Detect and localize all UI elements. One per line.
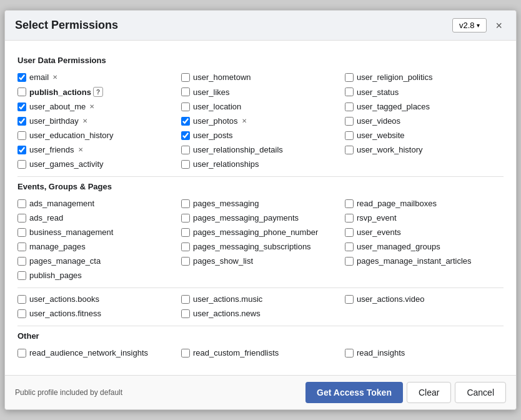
checkbox-ads_read[interactable] — [17, 214, 26, 222]
label-ads_read: ads_read — [29, 213, 63, 222]
checkbox-pages_messaging[interactable] — [181, 199, 190, 208]
close-button[interactable]: × — [492, 19, 506, 32]
label-publish_pages: publish_pages — [29, 271, 82, 280]
label-user_website: user_website — [357, 131, 405, 140]
perm-publish_pages: publish_pages — [17, 269, 176, 281]
label-user_hometown: user_hometown — [193, 72, 251, 82]
checkbox-manage_pages[interactable] — [17, 242, 26, 251]
checkbox-pages_manage_instant_articles[interactable] — [345, 257, 354, 266]
label-rsvp_event: rsvp_event — [357, 213, 397, 222]
checkbox-pages_manage_cta[interactable] — [17, 257, 26, 266]
label-user_birthday: user_birthday ✕ — [29, 116, 89, 126]
perm-manage_pages: manage_pages — [17, 241, 176, 252]
get-access-token-button[interactable]: Get Access Token — [305, 382, 403, 403]
checkbox-user_website[interactable] — [345, 131, 354, 140]
checkbox-rsvp_event[interactable] — [345, 214, 354, 222]
remove-user_photos[interactable]: ✕ — [240, 117, 249, 126]
perm-user_relationship_details: user_relationship_details — [181, 144, 340, 156]
checkbox-user_likes[interactable] — [181, 88, 190, 96]
label-user_friends: user_friends ✕ — [29, 145, 85, 154]
header-right: v2.8 × — [452, 18, 506, 32]
label-read_insights: read_insights — [357, 348, 405, 358]
perm-user_religion_politics: user_religion_politics — [345, 71, 504, 83]
perm-business_management: business_management — [17, 226, 176, 238]
remove-user_about_me[interactable]: ✕ — [87, 102, 96, 111]
checkbox-user_hometown[interactable] — [181, 73, 190, 82]
checkbox-user_games_activity[interactable] — [17, 160, 26, 169]
checkbox-user_actions_books[interactable] — [17, 295, 26, 304]
checkbox-user_location[interactable] — [181, 102, 190, 111]
label-user_relationships: user_relationships — [193, 159, 259, 169]
label-user_status: user_status — [357, 88, 399, 97]
help-publish_actions[interactable]: ? — [93, 87, 103, 97]
label-email: email ✕ — [29, 72, 59, 82]
checkbox-user_education_history[interactable] — [17, 131, 26, 140]
divider-3 — [17, 326, 504, 326]
checkbox-user_actions_music[interactable] — [181, 295, 190, 304]
checkbox-pages_messaging_phone_number[interactable] — [181, 228, 190, 237]
perm-pages_manage_instant_articles: pages_manage_instant_articles — [345, 255, 504, 267]
checkbox-user_about_me[interactable] — [17, 102, 26, 111]
perm-user_actions_books: user_actions.books — [17, 293, 176, 305]
checkbox-publish_pages[interactable] — [17, 271, 26, 280]
perm-blank-act-3 — [345, 308, 504, 319]
checkbox-publish_actions[interactable] — [17, 88, 26, 96]
clear-button[interactable]: Clear — [407, 382, 451, 403]
checkbox-user_religion_politics[interactable] — [345, 73, 354, 82]
checkbox-pages_messaging_subscriptions[interactable] — [181, 242, 190, 251]
perm-user_events: user_events — [345, 226, 504, 238]
checkbox-pages_show_list[interactable] — [181, 257, 190, 266]
other-grid: read_audience_network_insights read_cust… — [17, 347, 504, 359]
checkbox-user_actions_fitness[interactable] — [17, 309, 26, 318]
checkbox-user_photos[interactable] — [181, 117, 190, 126]
dialog-title: Select Permissions — [15, 19, 118, 32]
cancel-button[interactable]: Cancel — [455, 382, 506, 403]
checkbox-read_page_mailboxes[interactable] — [345, 199, 354, 208]
label-business_management: business_management — [29, 228, 113, 237]
perm-user_actions_music: user_actions.music — [181, 293, 340, 305]
label-user_actions_books: user_actions.books — [29, 294, 99, 304]
checkbox-read_audience_network_insights[interactable] — [17, 349, 26, 358]
checkbox-user_relationships[interactable] — [181, 160, 190, 169]
perm-user_work_history: user_work_history — [345, 144, 504, 156]
checkbox-email[interactable] — [17, 73, 26, 82]
perm-blank-1 — [345, 158, 504, 170]
checkbox-pages_messaging_payments[interactable] — [181, 214, 190, 222]
label-user_work_history: user_work_history — [357, 145, 423, 154]
select-permissions-dialog: Select Permissions v2.8 × User Data Perm… — [4, 10, 517, 410]
label-user_actions_music: user_actions.music — [193, 294, 262, 304]
label-read_custom_friendlists: read_custom_friendlists — [193, 348, 279, 358]
remove-user_birthday[interactable]: ✕ — [81, 117, 89, 126]
perm-user_likes: user_likes — [181, 86, 340, 98]
version-selector[interactable]: v2.8 — [452, 18, 487, 32]
checkbox-user_posts[interactable] — [181, 131, 190, 140]
perm-pages_messaging_subscriptions: pages_messaging_subscriptions — [181, 241, 340, 252]
checkbox-read_custom_friendlists[interactable] — [181, 349, 190, 358]
checkbox-business_management[interactable] — [17, 228, 26, 237]
checkbox-user_managed_groups[interactable] — [345, 242, 354, 251]
remove-email[interactable]: ✕ — [51, 73, 59, 82]
label-pages_messaging_subscriptions: pages_messaging_subscriptions — [193, 242, 311, 251]
perm-user_about_me: user_about_me ✕ — [17, 101, 176, 112]
checkbox-user_birthday[interactable] — [17, 117, 26, 126]
checkbox-user_relationship_details[interactable] — [181, 146, 190, 154]
checkbox-user_status[interactable] — [345, 88, 354, 96]
perm-read_insights: read_insights — [345, 347, 504, 359]
checkbox-user_work_history[interactable] — [345, 146, 354, 154]
perm-user_photos: user_photos ✕ — [181, 115, 340, 127]
checkbox-read_insights[interactable] — [345, 349, 354, 358]
checkbox-user_actions_news[interactable] — [181, 309, 190, 318]
checkbox-ads_management[interactable] — [17, 199, 26, 208]
perm-blank-egp-3 — [345, 269, 504, 281]
checkbox-user_events[interactable] — [345, 228, 354, 237]
checkbox-user_videos[interactable] — [345, 117, 354, 126]
perm-user_education_history: user_education_history — [17, 129, 176, 141]
checkbox-user_friends[interactable] — [17, 146, 26, 154]
label-user_photos: user_photos ✕ — [193, 116, 249, 126]
checkbox-user_actions_video[interactable] — [345, 295, 354, 304]
perm-pages_manage_cta: pages_manage_cta — [17, 255, 176, 267]
checkbox-user_tagged_places[interactable] — [345, 102, 354, 111]
perm-ads_read: ads_read — [17, 212, 176, 224]
label-user_managed_groups: user_managed_groups — [357, 242, 440, 251]
remove-user_friends[interactable]: ✕ — [76, 146, 85, 154]
